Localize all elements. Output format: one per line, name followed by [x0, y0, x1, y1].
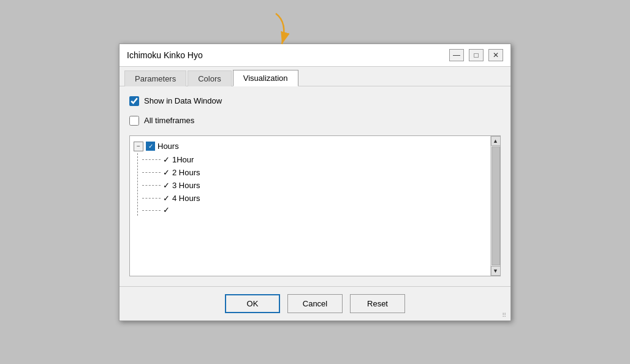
- scroll-thumb[interactable]: [491, 146, 500, 265]
- tree-label-hours: Hours: [158, 142, 179, 151]
- tree-checkbox-6hours[interactable]: ✓: [163, 205, 170, 214]
- tree-node-3hours: ✓ 3 Hours: [137, 179, 488, 192]
- tree-checkbox-hours[interactable]: ✓: [146, 142, 155, 151]
- dialog-footer: OK Cancel Reset: [120, 286, 510, 320]
- maximize-button[interactable]: □: [469, 49, 484, 61]
- tree-h-line-2: [142, 172, 161, 173]
- tree-label-1hour: 1Hour: [172, 155, 194, 164]
- tree-checkbox-3hours[interactable]: ✓: [163, 181, 170, 190]
- tree-node-2hours: ✓ 2 Hours: [137, 166, 488, 179]
- tree-expander-hours[interactable]: −: [134, 142, 143, 151]
- tree-node-4hours: ✓ 4 Hours: [137, 192, 488, 205]
- tree-checkbox-2hours[interactable]: ✓: [163, 168, 170, 177]
- timeframe-tree: − ✓ Hours ✓ 1Hour ✓: [129, 135, 501, 276]
- scroll-down-button[interactable]: ▼: [491, 266, 501, 276]
- show-in-data-window-label: Show in Data Window: [144, 96, 222, 105]
- tree-label-4hours: 4 Hours: [172, 194, 200, 203]
- tree-label-2hours: 2 Hours: [172, 168, 200, 177]
- show-in-data-window-row: Show in Data Window: [129, 96, 501, 106]
- resize-handle[interactable]: ⠿: [502, 312, 509, 319]
- tree-node-1hour: ✓ 1Hour: [137, 153, 488, 166]
- tree-node-6hours: ✓: [137, 205, 488, 216]
- tree-checkbox-1hour[interactable]: ✓: [163, 155, 170, 164]
- tree-content: − ✓ Hours ✓ 1Hour ✓: [130, 136, 490, 276]
- close-button[interactable]: ✕: [488, 49, 503, 61]
- dialog-title: Ichimoku Kinko Hyo: [127, 50, 203, 60]
- ok-button[interactable]: OK: [225, 294, 280, 313]
- tree-h-line-4: [142, 198, 161, 199]
- tree-checkbox-4hours[interactable]: ✓: [163, 194, 170, 203]
- tree-h-line-3: [142, 185, 161, 186]
- tab-colors[interactable]: Colors: [188, 70, 232, 86]
- content-area: Show in Data Window All timeframes − ✓ H…: [120, 86, 510, 286]
- tab-parameters[interactable]: Parameters: [124, 70, 186, 86]
- tab-visualization[interactable]: Visualization: [233, 70, 298, 86]
- reset-button[interactable]: Reset: [350, 294, 405, 313]
- arrow-annotation: [239, 10, 313, 53]
- window-controls: — □ ✕: [449, 49, 503, 61]
- title-bar: Ichimoku Kinko Hyo — □ ✕: [120, 44, 510, 67]
- all-timeframes-label: All timeframes: [144, 116, 194, 125]
- tree-node-hours: − ✓ Hours: [132, 140, 488, 153]
- cancel-button[interactable]: Cancel: [287, 294, 343, 313]
- tabs-bar: Parameters Colors Visualization: [120, 67, 510, 86]
- tree-h-line-1: [142, 159, 161, 160]
- tree-label-3hours: 3 Hours: [172, 181, 200, 190]
- scrollbar-track: ▲ ▼: [490, 136, 500, 276]
- show-in-data-window-checkbox[interactable]: [129, 96, 139, 106]
- dialog: Ichimoku Kinko Hyo — □ ✕ Parameters Colo…: [119, 44, 511, 321]
- minimize-button[interactable]: —: [449, 49, 464, 61]
- tree-h-line-5: [142, 210, 161, 211]
- scroll-up-button[interactable]: ▲: [491, 136, 501, 146]
- all-timeframes-row: All timeframes: [129, 116, 501, 126]
- all-timeframes-checkbox[interactable]: [129, 116, 139, 126]
